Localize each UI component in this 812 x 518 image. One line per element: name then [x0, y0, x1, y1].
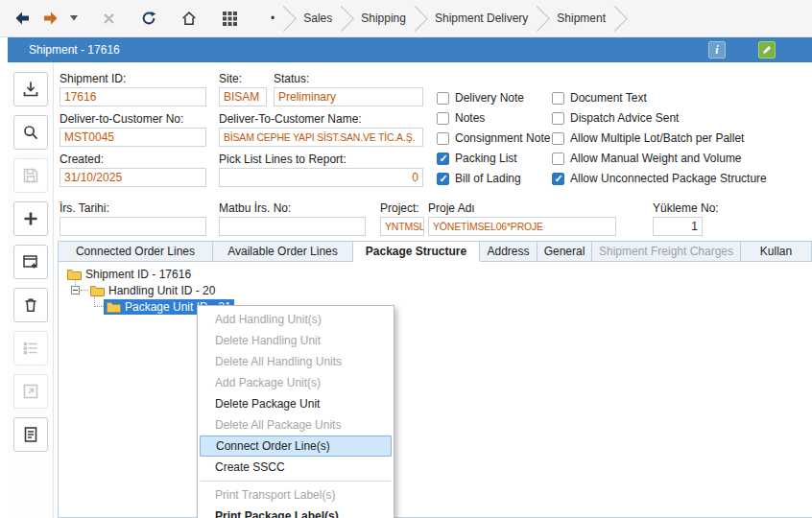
project-field[interactable]: YNTMSL06 — [380, 217, 424, 236]
irs-tarihi-field[interactable] — [60, 217, 206, 236]
delivery-note-checkbox[interactable] — [437, 92, 449, 105]
dispatch-advice-sent-label: Dispatch Advice Sent — [570, 111, 679, 125]
tab-shipment-freight-charges: Shipment Freight Charges — [592, 241, 741, 262]
tab-package-structure[interactable]: Package Structure — [353, 241, 480, 262]
tab-connected-order-lines[interactable]: Connected Order Lines — [58, 241, 213, 262]
yukleme-no-field[interactable]: 1 — [653, 217, 703, 236]
deliver-to-customer-no-field[interactable]: MST0045 — [60, 128, 206, 147]
checkbox-allow-manual-weight: Allow Manual Weight and Volume — [552, 152, 742, 165]
tab-general-label: General — [544, 245, 585, 258]
tree-node-shipment-label: Shipment ID - 17616 — [85, 268, 191, 281]
allow-multiple-lot-batch-label: Allow Multiple Lot/Batch per Pallet — [570, 131, 744, 145]
dropdown-caret-icon — [70, 15, 78, 21]
folder-icon — [107, 301, 121, 313]
status-field[interactable]: Preliminary — [274, 87, 423, 106]
import-button[interactable] — [13, 72, 48, 106]
project-label: Project: — [380, 201, 419, 215]
list-button — [13, 331, 48, 365]
notes-checkbox[interactable] — [437, 112, 449, 125]
pencil-icon — [762, 45, 772, 55]
tab-general[interactable]: General — [537, 241, 592, 262]
tab-connected-order-lines-label: Connected Order Lines — [76, 245, 195, 258]
tree-node-handling-unit-content: Handling Unit ID - 20 — [87, 283, 218, 298]
refresh-icon — [140, 10, 157, 27]
checkbox-notes: Notes — [437, 111, 485, 125]
checkbox-dispatch-advice-sent: Dispatch Advice Sent — [552, 111, 679, 125]
notes-button[interactable] — [13, 417, 48, 452]
created-label: Created: — [60, 153, 104, 166]
breadcrumb-shipment-delivery[interactable]: Shipment Delivery — [416, 6, 537, 32]
grid-icon — [222, 11, 238, 27]
refresh-button[interactable] — [136, 5, 161, 32]
navigator-grid-button[interactable] — [217, 5, 242, 32]
menu-item-delete-all-package-units: Delete All Package Units — [198, 414, 394, 436]
consignment-note-checkbox[interactable] — [437, 132, 449, 145]
forward-icon — [41, 9, 60, 28]
tree-node-shipment[interactable]: Shipment ID - 17616 — [64, 266, 194, 282]
menu-item-create-sscc[interactable]: Create SSCC — [198, 457, 394, 478]
dispatch-advice-sent-checkbox[interactable] — [552, 112, 564, 125]
new-window-icon — [21, 252, 40, 271]
created-field[interactable]: 31/10/2025 — [60, 168, 206, 187]
delete-button[interactable] — [13, 288, 48, 322]
document-text-label: Document Text — [570, 91, 647, 105]
tree-expander-minus[interactable] — [71, 286, 80, 294]
back-icon — [12, 9, 32, 28]
add-record-button[interactable] — [13, 201, 48, 236]
checkbox-consignment-note: Consignment Note — [437, 131, 550, 145]
tree-node-handling-unit-label: Handling Unit ID - 20 — [108, 284, 215, 297]
breadcrumb-shipment-label: Shipment — [557, 12, 606, 25]
package-structure-tree: Shipment ID - 17616 Handling Unit ID - 2… — [58, 261, 812, 518]
menu-item-connect-order-lines[interactable]: Connect Order Line(s) — [200, 436, 392, 457]
search-button[interactable] — [13, 115, 48, 150]
new-window-button[interactable] — [13, 245, 48, 279]
tree-node-handling-unit[interactable]: Handling Unit ID - 20 — [71, 282, 218, 298]
application-window: • Sales Shipping Shipment Delivery Shipm… — [0, 0, 812, 518]
checkbox-allow-multiple-lot-batch: Allow Multiple Lot/Batch per Pallet — [552, 131, 744, 145]
menu-item-print-package-labels[interactable]: Print Package Label(s) — [198, 506, 394, 518]
breadcrumb-root[interactable]: • — [261, 6, 284, 32]
window-title: Shipment - 17616 — [29, 43, 120, 57]
breadcrumb-shipment[interactable]: Shipment — [537, 6, 615, 32]
expand-icon — [21, 382, 40, 401]
tab-available-order-lines[interactable]: Available Order Lines — [213, 241, 353, 262]
breadcrumb-sales[interactable]: Sales — [284, 6, 342, 32]
site-field[interactable]: BISAM — [219, 87, 267, 106]
yukleme-no-label: Yükleme No: — [653, 201, 719, 215]
custom-green-icon[interactable] — [758, 41, 776, 59]
menu-separator — [201, 481, 391, 482]
info-icon[interactable]: i — [708, 41, 726, 59]
folder-icon — [90, 285, 105, 296]
top-toolbar: • Sales Shipping Shipment Delivery Shipm… — [0, 0, 812, 37]
bill-of-lading-label: Bill of Lading — [455, 172, 521, 185]
matbu-irs-no-field[interactable] — [219, 217, 366, 236]
tab-package-structure-label: Package Structure — [366, 245, 466, 258]
forward-button[interactable] — [38, 5, 63, 32]
save-icon — [21, 166, 40, 185]
proje-adi-field[interactable]: YÖNETİMSEL06*PROJE — [428, 217, 616, 236]
tab-kullan[interactable]: Kullan — [741, 241, 812, 262]
breadcrumb-shipping[interactable]: Shipping — [342, 6, 416, 32]
checkbox-allow-unconnected-package: Allow Unconnected Package Structure — [552, 172, 767, 185]
allow-multiple-lot-batch-checkbox[interactable] — [552, 132, 564, 145]
tab-available-order-lines-label: Available Order Lines — [227, 245, 338, 258]
checkbox-document-text: Document Text — [552, 91, 647, 105]
document-text-checkbox[interactable] — [552, 92, 564, 105]
packing-list-checkbox[interactable] — [437, 153, 449, 165]
bill-of-lading-checkbox[interactable] — [437, 173, 449, 185]
menu-item-delete-package-unit[interactable]: Delete Package Unit — [198, 393, 394, 414]
tree-node-shipment-content: Shipment ID - 17616 — [64, 267, 194, 282]
menu-item-add-package-units: Add Package Unit(s) — [198, 372, 394, 393]
deliver-to-customer-name-field[interactable]: BİSAM CEPHE YAPI SİST.SAN.VE TİC.A.Ş. — [219, 128, 423, 147]
shipment-id-field[interactable]: 17616 — [60, 87, 206, 106]
tab-address[interactable]: Address — [480, 241, 537, 262]
history-dropdown-button[interactable] — [67, 5, 81, 32]
irs-tarihi-label: İrs. Tarihi: — [60, 201, 109, 215]
back-button[interactable] — [10, 5, 35, 32]
breadcrumb: • Sales Shipping Shipment Delivery Shipm… — [261, 6, 615, 32]
allow-unconnected-package-checkbox[interactable] — [552, 173, 564, 185]
close-icon — [102, 12, 116, 26]
allow-manual-weight-checkbox[interactable] — [552, 153, 564, 165]
pick-list-lines-field[interactable]: 0 — [219, 168, 423, 187]
home-button[interactable] — [177, 5, 202, 32]
